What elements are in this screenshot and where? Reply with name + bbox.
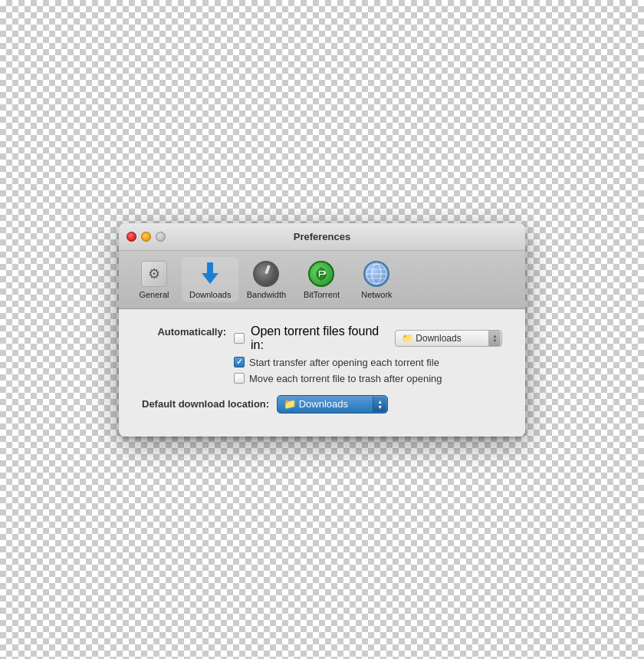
default-location-label: Default download location:: [142, 398, 269, 410]
traffic-lights: [127, 232, 166, 242]
open-torrent-label: Open torrent files found in:: [251, 325, 389, 352]
move-torrent-checkbox[interactable]: [234, 373, 245, 384]
content-area: Automatically: Open torrent files found …: [119, 309, 525, 437]
bandwidth-label: Bandwidth: [247, 290, 286, 299]
start-transfer-checkbox[interactable]: [234, 357, 245, 367]
downloads-icon: [196, 260, 224, 288]
svg-rect-0: [207, 262, 213, 275]
toolbar-item-downloads[interactable]: Downloads: [182, 257, 238, 302]
start-transfer-label: Start transfer after opening each torren…: [249, 357, 439, 368]
default-location-select[interactable]: 📁 Downloads: [277, 395, 388, 414]
move-torrent-label: Move each torrent file to trash after op…: [249, 373, 442, 384]
preferences-window: Preferences ⚙ General Downloads: [119, 223, 525, 437]
close-button[interactable]: [127, 232, 136, 242]
default-location-row: Default download location: 📁 Downloads: [142, 395, 502, 414]
automatically-row: Automatically: Open torrent files found …: [142, 325, 502, 384]
bandwidth-icon-shape: [253, 261, 279, 287]
bittorrent-icon-shape: [308, 261, 334, 287]
network-icon-shape: [363, 261, 389, 287]
downloads-arrow-svg: [197, 261, 223, 287]
open-torrent-checkbox[interactable]: [234, 333, 245, 344]
general-label: General: [139, 290, 169, 299]
move-torrent-row: Move each torrent file to trash after op…: [234, 373, 502, 384]
toolbar: ⚙ General Downloads Bandwidth: [119, 251, 525, 309]
network-label: Network: [361, 290, 392, 299]
bittorrent-label: BitTorrent: [304, 290, 340, 299]
svg-marker-1: [202, 273, 219, 284]
open-torrent-folder-wrapper: 📁 Downloads: [395, 330, 502, 347]
network-icon: [363, 260, 390, 288]
zoom-button[interactable]: [156, 232, 166, 242]
toolbar-item-bittorrent[interactable]: BitTorrent: [294, 257, 349, 302]
open-torrent-folder-select[interactable]: 📁 Downloads: [395, 330, 502, 347]
titlebar: Preferences: [119, 223, 525, 251]
general-icon: ⚙: [140, 260, 168, 288]
automatically-label: Automatically:: [142, 325, 234, 338]
general-icon-shape: ⚙: [141, 261, 167, 287]
toolbar-item-general[interactable]: ⚙ General: [127, 257, 182, 302]
settings-controls: Open torrent files found in: 📁 Downloads…: [234, 325, 502, 384]
bittorrent-svg: [313, 265, 330, 282]
network-svg: [365, 262, 388, 285]
downloads-label: Downloads: [189, 290, 231, 299]
default-location-wrapper: 📁 Downloads: [277, 395, 388, 414]
start-transfer-row: Start transfer after opening each torren…: [234, 357, 502, 368]
bandwidth-icon: [252, 260, 280, 288]
toolbar-item-bandwidth[interactable]: Bandwidth: [238, 257, 294, 302]
window-title: Preferences: [294, 231, 350, 242]
minimize-button[interactable]: [141, 232, 151, 242]
bittorrent-icon: [307, 260, 335, 288]
toolbar-item-network[interactable]: Network: [349, 257, 404, 302]
open-torrent-row: Open torrent files found in: 📁 Downloads: [234, 325, 502, 352]
